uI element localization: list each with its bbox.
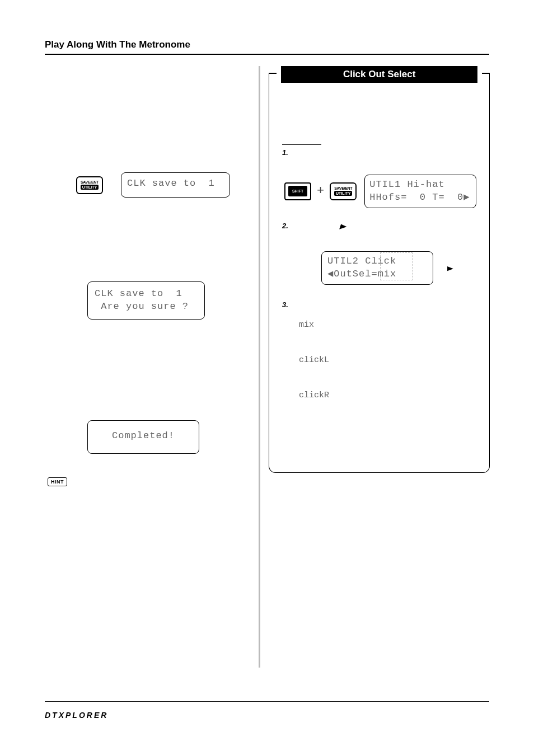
option-clickR: clickR bbox=[299, 391, 476, 400]
arrow-right-out-icon: ▶ bbox=[447, 264, 453, 271]
step-save-row: SAVE/ENT UTILITY CLK save to 1 bbox=[76, 172, 252, 198]
save-ent-utility-button[interactable]: SAVE/ENT UTILITY bbox=[76, 176, 103, 194]
option-mix: mix bbox=[299, 320, 476, 330]
key-label-top-2: SAVE/ENT bbox=[334, 186, 352, 190]
page-footer: DTXPLORER bbox=[45, 701, 489, 720]
lcd-completed-wrap: Completed! bbox=[87, 420, 252, 454]
option-list: mix clickL clickR bbox=[299, 320, 476, 400]
lcd-completed: Completed! bbox=[87, 420, 199, 454]
shift-button[interactable]: SHIFT bbox=[284, 182, 311, 200]
intro-rule bbox=[282, 144, 321, 145]
save-ent-utility-button-2[interactable]: SAVE/ENT UTILITY bbox=[330, 182, 357, 200]
key-label-top: SAVE/ENT bbox=[81, 180, 99, 184]
right-column: Click Out Select 1. SHIFT + SAVE/ENT UTI… bbox=[266, 66, 492, 486]
lcd-util1-line1: UTIL1 Hi-hat bbox=[369, 179, 444, 190]
page-title: Play Along With The Metronome bbox=[45, 39, 489, 50]
brand-logo: DTXPLORER bbox=[45, 711, 489, 720]
footer-rule bbox=[45, 701, 489, 702]
two-columns: SAVE/ENT UTILITY CLK save to 1 CLK save … bbox=[45, 66, 489, 486]
step-1-head: 1. bbox=[282, 148, 476, 157]
lcd-confirm: CLK save to 1 Are you sure ? bbox=[87, 281, 205, 320]
lcd-save-to: CLK save to 1 bbox=[121, 172, 230, 198]
column-divider bbox=[259, 66, 260, 668]
click-out-header: Click Out Select bbox=[281, 66, 477, 83]
click-out-select-box: Click Out Select 1. SHIFT + SAVE/ENT UTI… bbox=[266, 66, 492, 475]
lcd-util2-line1: UTIL2 Click bbox=[327, 256, 396, 266]
plus-icon: + bbox=[315, 184, 326, 198]
lcd-util1-line2: HHofs= 0 T= 0▶ bbox=[369, 192, 470, 203]
lcd-util2: UTIL2 Click ◀OutSel=mix bbox=[321, 251, 433, 285]
click-out-content: 1. SHIFT + SAVE/ENT UTILITY UTIL1 Hi-hat… bbox=[277, 83, 482, 465]
step-2-head: 2. ▶ bbox=[282, 222, 476, 230]
shift-label: SHIFT bbox=[288, 186, 307, 196]
lcd-util2-line2: ◀OutSel=mix bbox=[327, 269, 396, 279]
key-label-bottom-2: UTILITY bbox=[334, 191, 352, 196]
option-clickL: clickL bbox=[299, 355, 476, 365]
step-2-arrow-icon: ▶ bbox=[340, 223, 345, 230]
title-rule bbox=[45, 54, 489, 55]
lcd-util2-wrap: UTIL2 Click ◀OutSel=mix ▶ bbox=[321, 251, 433, 285]
lcd-confirm-line2: Are you sure ? bbox=[95, 301, 189, 312]
lcd-confirm-line1: CLK save to 1 bbox=[95, 288, 182, 299]
hint-badge: HINT bbox=[48, 477, 67, 486]
step-2-num: 2. bbox=[282, 222, 288, 230]
step-3-head: 3. bbox=[282, 300, 476, 309]
shift-utility-row: SHIFT + SAVE/ENT UTILITY UTIL1 Hi-hat HH… bbox=[284, 175, 476, 208]
left-column: SAVE/ENT UTILITY CLK save to 1 CLK save … bbox=[45, 66, 252, 486]
lcd-util1: UTIL1 Hi-hat HHofs= 0 T= 0▶ bbox=[364, 175, 476, 208]
lcd-confirm-wrap: CLK save to 1 Are you sure ? bbox=[87, 281, 252, 320]
key-label-bottom: UTILITY bbox=[81, 185, 99, 190]
